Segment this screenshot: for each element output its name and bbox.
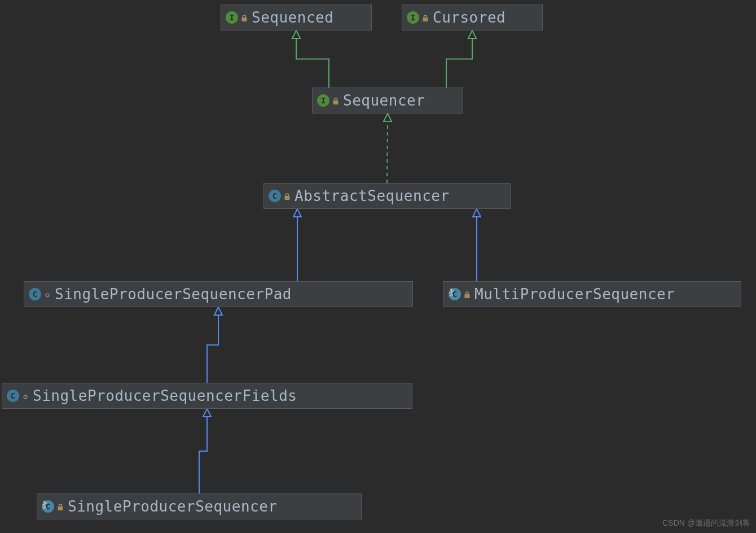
node-sps[interactable]: C SingleProducerSequencer [37, 493, 362, 519]
edge-sequencer-to-sequenced [296, 38, 329, 88]
node-label: SingleProducerSequencer [68, 498, 278, 515]
svg-rect-3 [285, 196, 290, 200]
type-badge-icon: C [42, 500, 54, 513]
edge-arrowhead-sps-to-spsFields [203, 409, 211, 417]
node-cursored[interactable]: I Cursored [402, 5, 543, 30]
svg-rect-0 [242, 18, 247, 21]
node-abstractSeq[interactable]: C AbstractSequencer [263, 183, 511, 209]
node-spsPad[interactable]: C SingleProducerSequencerPad [24, 281, 413, 307]
edge-arrowhead-sequencer-to-cursored [468, 30, 476, 38]
svg-point-7 [24, 395, 27, 399]
node-mps[interactable]: C MultiProducerSequencer [443, 281, 741, 307]
watermark: CSDN @邋遢的流浪剑客 [662, 518, 750, 528]
edge-sequencer-to-cursored [446, 38, 472, 88]
edge-arrowhead-mps-to-abstractSeq [473, 209, 481, 217]
edge-spsFields-to-spsPad [207, 315, 218, 383]
svg-rect-1 [423, 18, 428, 21]
svg-rect-6 [465, 294, 470, 298]
type-badge-icon: I [317, 94, 329, 107]
node-sequenced[interactable]: I Sequenced [221, 5, 372, 30]
node-label: SingleProducerSequencerPad [55, 286, 292, 303]
edge-abstractSeq-to-sequencer [387, 121, 388, 183]
edges-layer [0, 0, 756, 533]
edge-arrowhead-spsFields-to-spsPad [214, 307, 222, 315]
node-label: Sequenced [252, 9, 333, 26]
type-badge-icon: C [29, 288, 41, 300]
svg-point-5 [450, 289, 452, 291]
svg-point-4 [46, 294, 49, 297]
svg-point-8 [43, 501, 46, 503]
svg-rect-2 [333, 101, 339, 104]
node-label: Sequencer [343, 92, 425, 109]
edge-arrowhead-abstractSeq-to-sequencer [384, 113, 392, 121]
svg-rect-9 [58, 506, 63, 510]
node-label: AbstractSequencer [295, 187, 450, 204]
node-spsFields[interactable]: C SingleProducerSequencerFields [2, 383, 412, 409]
type-badge-icon: I [226, 11, 238, 24]
node-sequencer[interactable]: I Sequencer [312, 88, 463, 113]
node-label: SingleProducerSequencerFields [33, 387, 297, 404]
edge-arrowhead-spsPad-to-abstractSeq [293, 209, 301, 217]
type-badge-icon: C [7, 390, 19, 402]
edge-arrowhead-sequencer-to-sequenced [292, 30, 300, 38]
edge-sps-to-spsFields [199, 417, 207, 493]
node-label: Cursored [433, 9, 506, 26]
type-badge-icon: I [407, 11, 419, 24]
node-label: MultiProducerSequencer [474, 286, 675, 303]
type-badge-icon: C [449, 288, 461, 300]
type-badge-icon: C [269, 190, 281, 202]
